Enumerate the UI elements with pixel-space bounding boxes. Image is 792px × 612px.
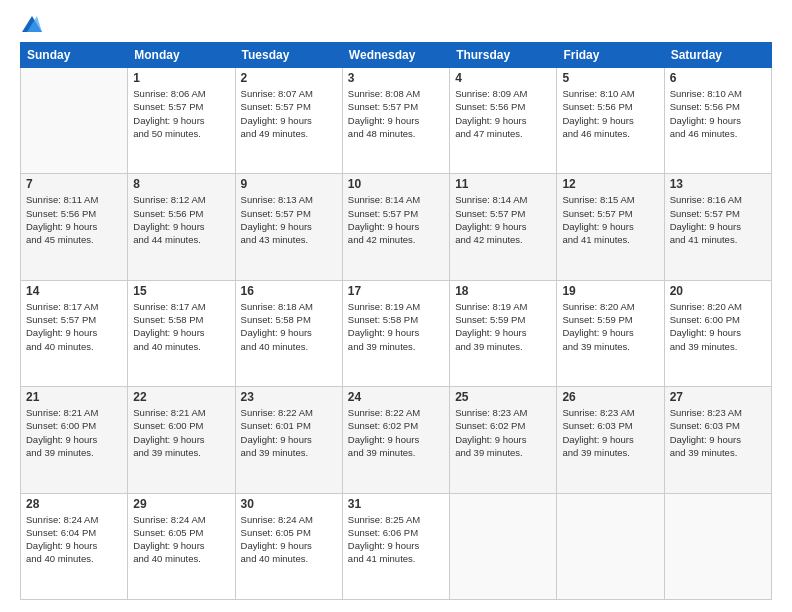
calendar-cell bbox=[21, 68, 128, 174]
calendar-table: SundayMondayTuesdayWednesdayThursdayFrid… bbox=[20, 42, 772, 600]
day-info: Sunrise: 8:21 AMSunset: 6:00 PMDaylight:… bbox=[26, 406, 122, 459]
day-number: 3 bbox=[348, 71, 444, 85]
day-info: Sunrise: 8:22 AMSunset: 6:01 PMDaylight:… bbox=[241, 406, 337, 459]
calendar-cell: 1Sunrise: 8:06 AMSunset: 5:57 PMDaylight… bbox=[128, 68, 235, 174]
day-number: 22 bbox=[133, 390, 229, 404]
calendar-cell: 31Sunrise: 8:25 AMSunset: 6:06 PMDayligh… bbox=[342, 493, 449, 599]
day-info: Sunrise: 8:13 AMSunset: 5:57 PMDaylight:… bbox=[241, 193, 337, 246]
day-number: 15 bbox=[133, 284, 229, 298]
weekday-header-saturday: Saturday bbox=[664, 43, 771, 68]
day-number: 18 bbox=[455, 284, 551, 298]
day-number: 21 bbox=[26, 390, 122, 404]
calendar-cell: 19Sunrise: 8:20 AMSunset: 5:59 PMDayligh… bbox=[557, 280, 664, 386]
calendar-cell: 7Sunrise: 8:11 AMSunset: 5:56 PMDaylight… bbox=[21, 174, 128, 280]
calendar-cell: 10Sunrise: 8:14 AMSunset: 5:57 PMDayligh… bbox=[342, 174, 449, 280]
weekday-header-monday: Monday bbox=[128, 43, 235, 68]
calendar-cell: 9Sunrise: 8:13 AMSunset: 5:57 PMDaylight… bbox=[235, 174, 342, 280]
day-number: 14 bbox=[26, 284, 122, 298]
day-info: Sunrise: 8:23 AMSunset: 6:02 PMDaylight:… bbox=[455, 406, 551, 459]
day-info: Sunrise: 8:23 AMSunset: 6:03 PMDaylight:… bbox=[670, 406, 766, 459]
day-info: Sunrise: 8:07 AMSunset: 5:57 PMDaylight:… bbox=[241, 87, 337, 140]
calendar-cell: 30Sunrise: 8:24 AMSunset: 6:05 PMDayligh… bbox=[235, 493, 342, 599]
calendar-cell: 2Sunrise: 8:07 AMSunset: 5:57 PMDaylight… bbox=[235, 68, 342, 174]
day-number: 17 bbox=[348, 284, 444, 298]
weekday-header-sunday: Sunday bbox=[21, 43, 128, 68]
logo bbox=[20, 16, 42, 32]
calendar-cell bbox=[557, 493, 664, 599]
calendar-cell bbox=[664, 493, 771, 599]
day-number: 16 bbox=[241, 284, 337, 298]
logo-text bbox=[20, 16, 42, 32]
calendar-cell bbox=[450, 493, 557, 599]
day-number: 27 bbox=[670, 390, 766, 404]
day-number: 19 bbox=[562, 284, 658, 298]
day-number: 25 bbox=[455, 390, 551, 404]
calendar-cell: 14Sunrise: 8:17 AMSunset: 5:57 PMDayligh… bbox=[21, 280, 128, 386]
day-number: 23 bbox=[241, 390, 337, 404]
calendar-cell: 23Sunrise: 8:22 AMSunset: 6:01 PMDayligh… bbox=[235, 387, 342, 493]
day-info: Sunrise: 8:14 AMSunset: 5:57 PMDaylight:… bbox=[455, 193, 551, 246]
calendar-cell: 24Sunrise: 8:22 AMSunset: 6:02 PMDayligh… bbox=[342, 387, 449, 493]
calendar-cell: 28Sunrise: 8:24 AMSunset: 6:04 PMDayligh… bbox=[21, 493, 128, 599]
day-info: Sunrise: 8:19 AMSunset: 5:59 PMDaylight:… bbox=[455, 300, 551, 353]
day-number: 20 bbox=[670, 284, 766, 298]
day-info: Sunrise: 8:17 AMSunset: 5:57 PMDaylight:… bbox=[26, 300, 122, 353]
day-number: 12 bbox=[562, 177, 658, 191]
calendar-week-row: 21Sunrise: 8:21 AMSunset: 6:00 PMDayligh… bbox=[21, 387, 772, 493]
calendar-week-row: 14Sunrise: 8:17 AMSunset: 5:57 PMDayligh… bbox=[21, 280, 772, 386]
day-info: Sunrise: 8:22 AMSunset: 6:02 PMDaylight:… bbox=[348, 406, 444, 459]
calendar-cell: 8Sunrise: 8:12 AMSunset: 5:56 PMDaylight… bbox=[128, 174, 235, 280]
calendar-cell: 29Sunrise: 8:24 AMSunset: 6:05 PMDayligh… bbox=[128, 493, 235, 599]
day-info: Sunrise: 8:24 AMSunset: 6:05 PMDaylight:… bbox=[241, 513, 337, 566]
day-number: 10 bbox=[348, 177, 444, 191]
day-number: 13 bbox=[670, 177, 766, 191]
day-info: Sunrise: 8:19 AMSunset: 5:58 PMDaylight:… bbox=[348, 300, 444, 353]
calendar-cell: 21Sunrise: 8:21 AMSunset: 6:00 PMDayligh… bbox=[21, 387, 128, 493]
day-number: 7 bbox=[26, 177, 122, 191]
day-info: Sunrise: 8:24 AMSunset: 6:05 PMDaylight:… bbox=[133, 513, 229, 566]
weekday-header-row: SundayMondayTuesdayWednesdayThursdayFrid… bbox=[21, 43, 772, 68]
day-info: Sunrise: 8:24 AMSunset: 6:04 PMDaylight:… bbox=[26, 513, 122, 566]
calendar-cell: 26Sunrise: 8:23 AMSunset: 6:03 PMDayligh… bbox=[557, 387, 664, 493]
day-number: 8 bbox=[133, 177, 229, 191]
weekday-header-tuesday: Tuesday bbox=[235, 43, 342, 68]
calendar-cell: 4Sunrise: 8:09 AMSunset: 5:56 PMDaylight… bbox=[450, 68, 557, 174]
calendar-cell: 27Sunrise: 8:23 AMSunset: 6:03 PMDayligh… bbox=[664, 387, 771, 493]
day-info: Sunrise: 8:21 AMSunset: 6:00 PMDaylight:… bbox=[133, 406, 229, 459]
calendar-cell: 16Sunrise: 8:18 AMSunset: 5:58 PMDayligh… bbox=[235, 280, 342, 386]
day-info: Sunrise: 8:23 AMSunset: 6:03 PMDaylight:… bbox=[562, 406, 658, 459]
calendar-week-row: 7Sunrise: 8:11 AMSunset: 5:56 PMDaylight… bbox=[21, 174, 772, 280]
day-info: Sunrise: 8:10 AMSunset: 5:56 PMDaylight:… bbox=[562, 87, 658, 140]
calendar-week-row: 28Sunrise: 8:24 AMSunset: 6:04 PMDayligh… bbox=[21, 493, 772, 599]
day-info: Sunrise: 8:20 AMSunset: 5:59 PMDaylight:… bbox=[562, 300, 658, 353]
calendar-cell: 11Sunrise: 8:14 AMSunset: 5:57 PMDayligh… bbox=[450, 174, 557, 280]
day-number: 9 bbox=[241, 177, 337, 191]
calendar-cell: 17Sunrise: 8:19 AMSunset: 5:58 PMDayligh… bbox=[342, 280, 449, 386]
calendar-cell: 5Sunrise: 8:10 AMSunset: 5:56 PMDaylight… bbox=[557, 68, 664, 174]
calendar-cell: 25Sunrise: 8:23 AMSunset: 6:02 PMDayligh… bbox=[450, 387, 557, 493]
calendar-cell: 13Sunrise: 8:16 AMSunset: 5:57 PMDayligh… bbox=[664, 174, 771, 280]
day-info: Sunrise: 8:11 AMSunset: 5:56 PMDaylight:… bbox=[26, 193, 122, 246]
day-info: Sunrise: 8:25 AMSunset: 6:06 PMDaylight:… bbox=[348, 513, 444, 566]
calendar-cell: 20Sunrise: 8:20 AMSunset: 6:00 PMDayligh… bbox=[664, 280, 771, 386]
day-info: Sunrise: 8:06 AMSunset: 5:57 PMDaylight:… bbox=[133, 87, 229, 140]
calendar-cell: 15Sunrise: 8:17 AMSunset: 5:58 PMDayligh… bbox=[128, 280, 235, 386]
day-number: 5 bbox=[562, 71, 658, 85]
day-info: Sunrise: 8:17 AMSunset: 5:58 PMDaylight:… bbox=[133, 300, 229, 353]
day-info: Sunrise: 8:16 AMSunset: 5:57 PMDaylight:… bbox=[670, 193, 766, 246]
day-info: Sunrise: 8:12 AMSunset: 5:56 PMDaylight:… bbox=[133, 193, 229, 246]
calendar-cell: 22Sunrise: 8:21 AMSunset: 6:00 PMDayligh… bbox=[128, 387, 235, 493]
day-info: Sunrise: 8:14 AMSunset: 5:57 PMDaylight:… bbox=[348, 193, 444, 246]
logo-icon bbox=[22, 16, 42, 32]
day-number: 26 bbox=[562, 390, 658, 404]
day-number: 2 bbox=[241, 71, 337, 85]
weekday-header-thursday: Thursday bbox=[450, 43, 557, 68]
day-info: Sunrise: 8:18 AMSunset: 5:58 PMDaylight:… bbox=[241, 300, 337, 353]
calendar-cell: 6Sunrise: 8:10 AMSunset: 5:56 PMDaylight… bbox=[664, 68, 771, 174]
day-number: 29 bbox=[133, 497, 229, 511]
day-number: 4 bbox=[455, 71, 551, 85]
day-number: 6 bbox=[670, 71, 766, 85]
page: SundayMondayTuesdayWednesdayThursdayFrid… bbox=[0, 0, 792, 612]
weekday-header-friday: Friday bbox=[557, 43, 664, 68]
calendar-cell: 12Sunrise: 8:15 AMSunset: 5:57 PMDayligh… bbox=[557, 174, 664, 280]
